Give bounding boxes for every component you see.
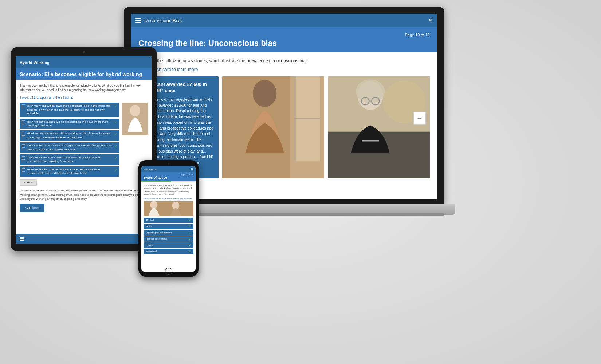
svg-rect-4: [294, 118, 320, 119]
nav-arrow-right[interactable]: →: [413, 112, 426, 125]
older-woman-image: [328, 76, 430, 178]
phone-device: Safeguarding ✕ Page 10 of 19 Types of ab…: [138, 160, 199, 277]
phone-home-button[interactable]: [165, 268, 172, 275]
tablet-page-banner: Scenario: Ella becomes eligible for hybr…: [16, 68, 152, 80]
tab-sexual-check: ✓: [189, 225, 191, 228]
app-header: Unconscious Bias ✕: [131, 14, 437, 27]
tab-financial-label: Financial and material: [146, 238, 167, 240]
checkbox-4[interactable]: [22, 144, 25, 148]
close-button[interactable]: ✕: [428, 17, 433, 23]
tab-neglect-label: Neglect: [146, 244, 153, 246]
tablet-checklist: How many and which days she's expected t…: [20, 103, 119, 186]
phone-description: The abuse of vulnerable people can be a …: [144, 184, 193, 196]
phone-page-bar: Page 10 of 19 Types of abuse: [141, 172, 196, 181]
card-image-1[interactable]: [222, 76, 324, 178]
tablet-bezel: Hybrid Working Scenario: Ella becomes el…: [11, 47, 157, 251]
select-cards-link[interactable]: Select each card to learn more: [138, 67, 430, 72]
tablet-header: Hybrid Working: [16, 56, 152, 68]
phone-camera: [168, 163, 169, 165]
woman-window-image: [222, 76, 324, 178]
tab-institutional-label: Institutional: [146, 250, 157, 252]
checklist-item-1[interactable]: How many and which days she's expected t…: [20, 103, 119, 117]
item-5-text: The procedures she'll need to follow to …: [27, 156, 113, 163]
tab-physical-check: ✓: [189, 219, 191, 222]
checkmark-6: ✓: [114, 168, 117, 173]
svg-point-5: [253, 80, 276, 107]
svg-point-10: [356, 79, 385, 103]
item-2-text: How her performance will be assessed on …: [27, 120, 113, 128]
item-6-text: Whether she has the technology, space, a…: [27, 168, 113, 175]
svg-rect-11: [362, 140, 379, 142]
arrow-right-icon: →: [416, 115, 423, 122]
checkbox-3[interactable]: [22, 132, 25, 136]
phone-content: The abuse of vulnerable people can be a …: [141, 182, 196, 272]
tablet-page-title: Scenario: Ella becomes eligible for hybr…: [20, 71, 148, 77]
item-4-text: Core working hours when working from hom…: [27, 144, 113, 151]
checklist-item-5[interactable]: The procedures she'll need to follow to …: [20, 154, 119, 165]
tablet-content-row: How many and which days she's expected t…: [20, 103, 148, 186]
tablet-screen: Hybrid Working Scenario: Ella becomes el…: [16, 56, 152, 244]
phone-page-title: Types of abuse: [144, 176, 193, 179]
checkmark-4: ✓: [114, 144, 117, 149]
checkbox-1[interactable]: [22, 104, 25, 108]
tablet-select-instruction: Select all that apply and then Submit: [20, 95, 148, 100]
tablet-person-image: [122, 103, 148, 135]
checklist-item-6[interactable]: Whether she has the technology, space, a…: [20, 166, 119, 177]
checkmark-2: ✓: [114, 120, 117, 125]
phone-close-button[interactable]: ✕: [191, 167, 193, 171]
phone-tab-neglect[interactable]: Neglect ✓: [144, 242, 193, 248]
tablet-body: Ella has been notified that she is eligi…: [20, 84, 148, 92]
checkbox-5[interactable]: [22, 156, 25, 160]
tablet-content: Ella has been notified that she is eligi…: [16, 80, 152, 234]
tablet-menu-icon[interactable]: [20, 237, 24, 241]
tab-institutional-check: ✓: [189, 250, 191, 253]
phone-screen: Safeguarding ✕ Page 10 of 19 Types of ab…: [141, 166, 196, 272]
phone-tab-physical[interactable]: Physical ✓: [144, 218, 193, 223]
submit-button[interactable]: Submit: [20, 179, 37, 186]
phone-app-title: Safeguarding: [144, 168, 157, 170]
app-header-left: Unconscious Bias: [135, 18, 182, 23]
phone-tab-psychological[interactable]: Psychological or emotional ✓: [144, 230, 193, 236]
item-1-text: How many and which days she's expected t…: [27, 104, 113, 115]
tab-psychological-label: Psychological or emotional: [146, 232, 172, 234]
phone-tab-sexual[interactable]: Sexual ✓: [144, 224, 193, 229]
tab-psychological-check: ✓: [189, 231, 191, 234]
checkbox-6[interactable]: [22, 168, 25, 172]
tablet-camera: [83, 51, 85, 53]
phone-select-text: Select each tab to learn more before you…: [144, 198, 193, 200]
phone-bezel: Safeguarding ✕ Page 10 of 19 Types of ab…: [138, 160, 199, 277]
phone-tab-institutional[interactable]: Institutional ✓: [144, 249, 193, 254]
phone-content-image: [144, 201, 193, 216]
svg-point-16: [130, 105, 140, 116]
page-title: Crossing the line: Unconscious bias: [138, 39, 430, 48]
card-image-2[interactable]: [328, 76, 430, 178]
checklist-item-4[interactable]: Core working hours when working from hom…: [20, 142, 119, 153]
tab-neglect-check: ✓: [189, 244, 191, 247]
page-number: Page 10 of 19: [138, 33, 430, 37]
tab-physical-label: Physical: [146, 219, 154, 221]
continue-button[interactable]: Continue: [20, 204, 44, 212]
app-title: Unconscious Bias: [144, 18, 182, 23]
hamburger-icon[interactable]: [135, 18, 141, 23]
checkmark-5: ✓: [114, 156, 117, 161]
tab-sexual-label: Sexual: [146, 225, 152, 228]
tablet-footer: All these points are factors Ella and he…: [20, 189, 148, 201]
tablet-app-title: Hybrid Working: [20, 60, 50, 65]
tablet-bottom-bar: [16, 234, 152, 244]
checkmark-1: ✓: [114, 104, 117, 109]
item-3-text: Whether her teammates will be working in…: [27, 132, 113, 139]
page-header-bar: Page 10 of 19 Crossing the line: Unconsc…: [131, 27, 437, 52]
tab-financial-check: ✓: [189, 237, 191, 241]
checklist-item-3[interactable]: Whether her teammates will be working in…: [20, 130, 119, 141]
phone-header: Safeguarding ✕: [141, 166, 196, 172]
phone-tab-financial[interactable]: Financial and material ✓: [144, 236, 193, 242]
checkmark-3: ✓: [114, 132, 117, 136]
checklist-item-2[interactable]: How her performance will be assessed on …: [20, 119, 119, 129]
svg-point-18: [150, 201, 158, 209]
tablet-device: Hybrid Working Scenario: Ella becomes el…: [11, 47, 157, 251]
content-description: Consider the following news stories, whi…: [138, 58, 430, 63]
checkbox-2[interactable]: [22, 120, 25, 124]
